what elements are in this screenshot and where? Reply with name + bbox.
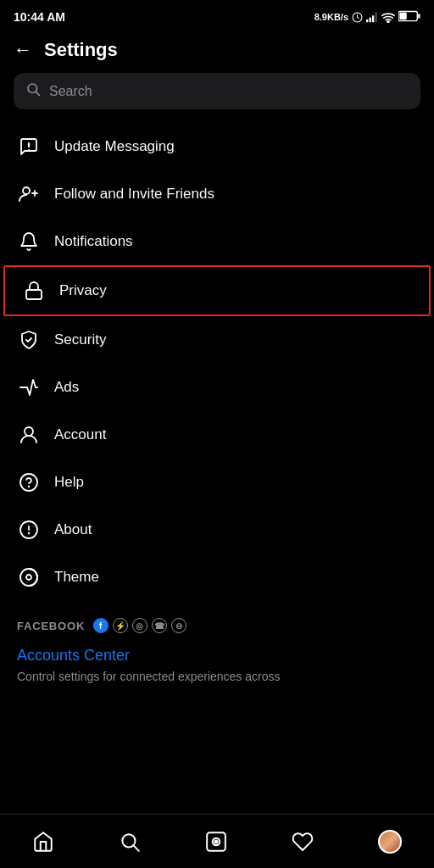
menu-label-about: About xyxy=(54,521,92,538)
back-button[interactable]: ← xyxy=(14,39,32,61)
network-speed: 8.9KB/s xyxy=(314,12,348,22)
svg-rect-3 xyxy=(372,15,374,22)
facebook-icon: f xyxy=(93,618,108,633)
menu-item-follow-invite[interactable]: Follow and Invite Friends xyxy=(0,170,434,218)
bell-icon xyxy=(17,230,41,253)
accounts-center-link[interactable]: Accounts Center xyxy=(0,638,434,668)
menu-item-notifications[interactable]: Notifications xyxy=(0,218,434,265)
battery-icon xyxy=(398,10,420,22)
svg-rect-14 xyxy=(26,290,42,299)
menu-label-notifications: Notifications xyxy=(54,233,133,250)
clock-icon xyxy=(352,12,363,23)
lock-icon xyxy=(22,279,46,303)
signal-icon xyxy=(366,12,378,23)
svg-point-16 xyxy=(20,474,37,491)
portal-icon: ⊖ xyxy=(171,618,186,633)
menu-label-follow-invite: Follow and Invite Friends xyxy=(54,186,214,203)
svg-line-24 xyxy=(134,845,139,850)
menu-label-privacy: Privacy xyxy=(59,282,107,299)
help-icon xyxy=(17,470,41,494)
menu-list: Update Messaging Follow and Invite Frien… xyxy=(0,123,434,601)
home-icon xyxy=(32,831,54,853)
search-placeholder: Search xyxy=(49,84,92,99)
account-icon xyxy=(17,423,41,447)
nav-heart[interactable] xyxy=(278,826,327,858)
status-right: 8.9KB/s xyxy=(314,10,420,24)
reels-icon xyxy=(205,831,227,853)
about-icon xyxy=(17,518,41,542)
svg-rect-7 xyxy=(418,14,420,19)
messaging-icon xyxy=(17,135,41,159)
nav-home[interactable] xyxy=(19,826,68,858)
instagram-icon: ◎ xyxy=(132,618,147,633)
menu-item-help[interactable]: Help xyxy=(0,459,434,506)
wifi-icon xyxy=(381,12,395,23)
status-time: 10:44 AM xyxy=(14,10,65,24)
svg-point-22 xyxy=(26,575,31,580)
search-nav-icon xyxy=(119,831,141,853)
svg-point-11 xyxy=(23,187,30,194)
bottom-nav xyxy=(0,814,434,868)
follow-icon xyxy=(17,182,41,206)
menu-item-theme[interactable]: Theme xyxy=(0,554,434,601)
battery-level xyxy=(398,10,420,24)
facebook-label: FACEBOOK f ⚡ ◎ ☎ ⊖ xyxy=(17,618,417,633)
menu-item-privacy[interactable]: Privacy xyxy=(3,265,431,316)
theme-icon xyxy=(17,565,41,589)
svg-rect-2 xyxy=(370,17,371,22)
svg-point-5 xyxy=(387,20,389,22)
menu-label-account: Account xyxy=(54,426,106,443)
facebook-app-icons: f ⚡ ◎ ☎ ⊖ xyxy=(93,618,186,633)
facebook-text: FACEBOOK xyxy=(17,620,85,632)
svg-point-15 xyxy=(25,427,33,436)
nav-search[interactable] xyxy=(105,826,154,858)
nav-profile[interactable] xyxy=(364,825,415,859)
ads-icon xyxy=(17,376,41,399)
menu-label-ads: Ads xyxy=(54,379,79,396)
facebook-section: FACEBOOK f ⚡ ◎ ☎ ⊖ xyxy=(0,601,434,638)
whatsapp-icon: ☎ xyxy=(152,618,167,633)
menu-label-update-messaging: Update Messaging xyxy=(54,138,175,155)
accounts-center-desc: Control settings for connected experienc… xyxy=(0,668,434,693)
header: ← Settings xyxy=(0,31,434,73)
menu-item-update-messaging[interactable]: Update Messaging xyxy=(0,123,434,170)
page-title: Settings xyxy=(44,39,118,61)
svg-line-10 xyxy=(36,92,39,95)
menu-item-security[interactable]: Security xyxy=(0,316,434,364)
menu-item-ads[interactable]: Ads xyxy=(0,364,434,411)
nav-reels[interactable] xyxy=(192,826,241,858)
menu-item-about[interactable]: About xyxy=(0,506,434,554)
menu-label-help: Help xyxy=(54,474,84,491)
search-icon xyxy=(25,81,41,101)
avatar xyxy=(378,830,402,854)
svg-rect-1 xyxy=(366,19,368,22)
search-bar[interactable]: Search xyxy=(14,73,420,109)
menu-label-security: Security xyxy=(54,331,106,348)
heart-icon xyxy=(292,831,314,853)
shield-icon xyxy=(17,328,41,352)
status-bar: 10:44 AM 8.9KB/s xyxy=(0,0,434,31)
menu-label-theme: Theme xyxy=(54,569,99,586)
svg-rect-4 xyxy=(376,12,377,22)
svg-rect-8 xyxy=(399,13,406,19)
svg-point-27 xyxy=(214,840,217,843)
messenger-icon: ⚡ xyxy=(113,618,128,633)
menu-item-account[interactable]: Account xyxy=(0,411,434,459)
